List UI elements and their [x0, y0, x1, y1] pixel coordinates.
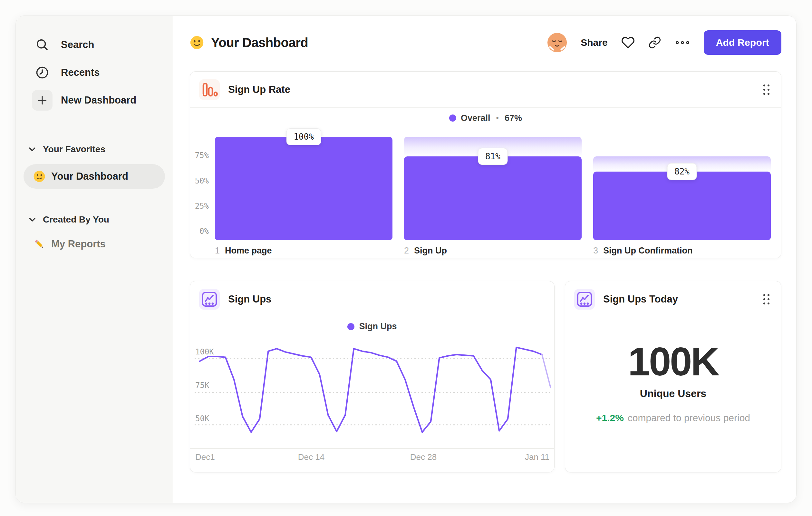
funnel-legend[interactable]: Overall • 67%: [190, 108, 781, 128]
y-axis-tick: 100K: [195, 347, 214, 356]
sign-ups-card: Sign Ups Sign Ups 100K 75K 50K Dec1: [190, 281, 555, 472]
kpi-delta: +1.2%: [596, 412, 624, 424]
legend-label: Sign Ups: [359, 322, 397, 331]
funnel-plot: 75% 50% 25% 0% 100%81%82%: [190, 128, 781, 240]
line-legend[interactable]: Sign Ups: [190, 317, 554, 336]
sidebar-item-label: My Reports: [51, 238, 106, 250]
y-axis-tick: 75K: [195, 381, 209, 390]
drag-handle-icon[interactable]: [761, 292, 772, 307]
sidebar: Search Recents New Dashboard: [16, 16, 173, 503]
sign-ups-line-series: [190, 336, 554, 448]
add-report-button[interactable]: Add Report: [704, 30, 781, 55]
sidebar-section-your-favorites[interactable]: Your Favorites: [24, 141, 165, 158]
legend-label: Overall: [461, 113, 490, 123]
kpi-value: 100K: [565, 338, 781, 384]
conversion-value-chip: 100%: [286, 128, 321, 145]
funnel-step-label: 2Sign Up: [404, 246, 582, 256]
sidebar-item-recents[interactable]: Recents: [24, 62, 165, 84]
legend-value: 67%: [504, 113, 522, 123]
step-number: 3: [593, 246, 598, 256]
legend-separator: •: [496, 113, 499, 123]
main-content: Your Dashboard Share: [173, 16, 797, 503]
kpi-comparison-text: compared to previous period: [628, 412, 750, 424]
sidebar-item-search[interactable]: Search: [24, 34, 165, 56]
slightly-smiling-face-emoji-icon: [33, 170, 46, 183]
page-title: Your Dashboard: [211, 35, 308, 50]
y-axis-tick: 0%: [190, 227, 209, 236]
sidebar-item-my-reports[interactable]: My Reports: [24, 234, 165, 254]
clock-icon: [32, 62, 53, 83]
funnel-bar-fill: [593, 171, 771, 240]
more-options-icon[interactable]: [675, 39, 690, 47]
sidebar-item-your-dashboard[interactable]: Your Dashboard: [24, 164, 165, 189]
conversion-value-chip: 81%: [478, 148, 508, 165]
kpi-metric-label: Unique Users: [565, 388, 781, 400]
pencil-emoji-icon: [33, 238, 46, 250]
sign-up-rate-card: Sign Up Rate Overall • 67% 75% 50% 25% 0…: [190, 71, 781, 258]
sign-ups-today-card: Sign Ups Today 100K Unique Users +1.2% c…: [565, 281, 781, 472]
funnel-bar-sign-up[interactable]: 81%: [404, 128, 582, 240]
chevron-down-icon: [29, 147, 36, 152]
line-chart-icon: [199, 289, 220, 309]
y-axis-tick: 50K: [195, 414, 209, 423]
sidebar-item-label: Recents: [61, 67, 100, 78]
favorite-heart-icon[interactable]: [621, 36, 635, 49]
search-icon: [32, 34, 53, 55]
sidebar-item-label: Search: [61, 39, 94, 51]
funnel-bar-fill: [215, 137, 393, 240]
drag-handle-icon[interactable]: [761, 82, 772, 98]
funnel-bar-sign-up-confirmation[interactable]: 82%: [593, 128, 771, 240]
plus-icon: [32, 90, 53, 111]
funnel-chart-icon: [199, 79, 220, 100]
card-title: Sign Up Rate: [228, 84, 752, 96]
chevron-down-icon: [29, 217, 36, 222]
step-name: Sign Up Confirmation: [603, 246, 692, 256]
sidebar-section-label: Your Favorites: [43, 144, 105, 155]
sidebar-section-created-by-you[interactable]: Created By You: [24, 211, 165, 228]
x-axis-tick: Dec 28: [410, 452, 437, 462]
legend-dot: [347, 323, 354, 330]
step-name: Home page: [225, 246, 272, 256]
legend-dot: [449, 114, 456, 121]
funnel-step-label: 3Sign Up Confirmation: [593, 246, 771, 256]
line-chart-icon: [574, 289, 595, 309]
step-name: Sign Up: [414, 246, 447, 256]
conversion-value-chip: 82%: [667, 163, 697, 180]
y-axis-tick: 75%: [190, 151, 209, 160]
step-number: 2: [404, 246, 409, 256]
x-axis: Dec1 Dec 14 Dec 28 Jan 11: [190, 452, 554, 466]
dashboard-header: Your Dashboard Share: [190, 29, 781, 56]
y-axis-tick: 50%: [190, 176, 209, 185]
sidebar-section-label: Created By You: [43, 214, 109, 225]
avatar[interactable]: [547, 33, 567, 53]
y-axis-tick: 25%: [190, 201, 209, 211]
share-button[interactable]: Share: [581, 37, 607, 48]
sidebar-item-label: New Dashboard: [61, 94, 136, 106]
copy-link-icon[interactable]: [648, 36, 661, 49]
x-axis-tick: Dec 14: [298, 452, 324, 462]
sidebar-item-new-dashboard[interactable]: New Dashboard: [24, 89, 165, 111]
x-axis-tick: Dec1: [195, 452, 215, 462]
card-title: Sign Ups Today: [603, 294, 752, 305]
funnel-step-label: 1Home page: [215, 246, 393, 256]
sidebar-item-label: Your Dashboard: [51, 171, 128, 182]
slightly-smiling-face-emoji-icon: [190, 35, 204, 50]
funnel-bar-fill: [404, 156, 582, 240]
card-title: Sign Ups: [228, 294, 545, 305]
app-window: Search Recents New Dashboard: [16, 16, 796, 503]
funnel-bar-home-page[interactable]: 100%: [215, 128, 393, 240]
line-plot[interactable]: 100K 75K 50K: [190, 336, 554, 449]
step-number: 1: [215, 246, 220, 256]
x-axis-tick: Jan 11: [525, 452, 549, 462]
